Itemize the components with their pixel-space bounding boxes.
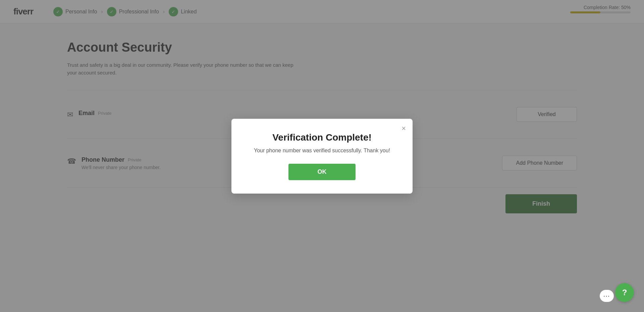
help-dots-icon: ⋯: [603, 292, 610, 300]
modal-body: Your phone number was verified successfu…: [248, 148, 396, 154]
modal-close-button[interactable]: ×: [401, 124, 406, 133]
verification-modal: × Verification Complete! Your phone numb…: [231, 119, 413, 194]
help-button[interactable]: ?: [615, 283, 634, 302]
modal-ok-button[interactable]: OK: [288, 164, 356, 180]
modal-title: Verification Complete!: [248, 132, 396, 143]
modal-overlay: × Verification Complete! Your phone numb…: [0, 0, 644, 312]
help-dots-container: ⋯: [600, 290, 614, 302]
